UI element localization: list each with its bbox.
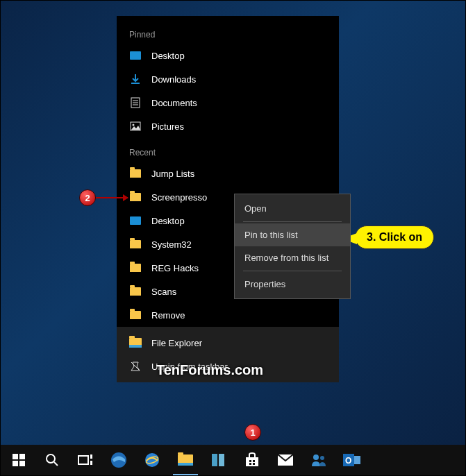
pinned-label: Desktop	[151, 51, 185, 61]
svg-rect-9	[19, 461, 25, 466]
svg-rect-21	[249, 460, 251, 462]
outlook-icon: O	[343, 452, 361, 468]
taskbar-file-explorer[interactable]	[169, 445, 202, 475]
file-explorer-icon	[129, 337, 142, 349]
ctx-pin-to-list[interactable]: Pin to this list	[235, 223, 350, 246]
store-icon	[244, 452, 260, 468]
step-2-arrow	[96, 197, 128, 198]
ctx-remove-from-list[interactable]: Remove from this list	[235, 246, 350, 269]
svg-rect-30	[354, 456, 360, 464]
svg-rect-14	[90, 461, 92, 465]
svg-point-10	[47, 454, 55, 463]
pinned-item-downloads[interactable]: Downloads	[117, 67, 339, 91]
separator	[243, 271, 342, 271]
taskbar-ie[interactable]	[135, 445, 169, 475]
separator	[243, 221, 342, 222]
svg-rect-22	[253, 460, 255, 462]
svg-rect-23	[249, 463, 251, 465]
recent-label: System32	[151, 239, 192, 250]
folder-icon	[129, 309, 142, 321]
recent-label: REG Hacks	[151, 263, 199, 273]
pinned-item-desktop[interactable]: Desktop	[117, 44, 339, 67]
server-icon	[210, 452, 227, 468]
start-button[interactable]	[2, 445, 35, 475]
svg-rect-24	[253, 463, 255, 465]
pinned-item-pictures[interactable]: Pictures	[117, 114, 339, 138]
document-icon	[129, 96, 142, 109]
svg-rect-18	[212, 454, 217, 466]
svg-rect-6	[13, 454, 18, 459]
taskbar-store[interactable]	[235, 445, 269, 475]
picture-icon	[129, 120, 142, 133]
svg-point-5	[133, 124, 135, 126]
svg-rect-7	[19, 454, 25, 459]
app-label: File Explorer	[151, 338, 202, 348]
svg-rect-8	[13, 461, 18, 466]
step-badge-2: 2	[79, 189, 96, 206]
callout-annotation: 3. Click on	[355, 226, 434, 249]
task-view-icon	[78, 454, 93, 466]
pinned-item-documents[interactable]: Documents	[117, 91, 339, 114]
recent-label: Desktop	[151, 216, 185, 226]
svg-rect-13	[90, 454, 92, 459]
svg-text:O: O	[345, 456, 351, 466]
svg-rect-19	[219, 454, 224, 466]
ie-icon	[143, 451, 161, 469]
taskbar-app-generic[interactable]	[202, 445, 235, 475]
recent-label: Screenpresso	[151, 192, 207, 203]
download-icon	[129, 73, 142, 85]
svg-rect-12	[78, 456, 88, 464]
taskbar: O	[1, 445, 465, 475]
taskbar-edge[interactable]	[102, 445, 135, 475]
svg-point-26	[313, 454, 319, 460]
pinned-label: Documents	[151, 98, 197, 108]
pinned-label: Pictures	[151, 121, 184, 132]
recent-label: Scans	[151, 287, 176, 297]
search-icon	[45, 453, 59, 467]
step-badge-1: 1	[244, 424, 261, 441]
taskbar-mail[interactable]	[269, 445, 302, 475]
jump-list-footer: File Explorer Unpin from taskbar	[117, 327, 339, 382]
folder-icon	[129, 167, 142, 180]
pinned-label: Downloads	[151, 74, 196, 85]
unpin-icon	[129, 360, 142, 373]
desktop-icon	[129, 49, 142, 62]
people-icon	[310, 452, 327, 468]
ctx-properties[interactable]: Properties	[235, 273, 350, 296]
taskbar-people[interactable]	[302, 445, 335, 475]
file-explorer-icon	[178, 454, 193, 466]
recent-label: Jump Lists	[151, 169, 194, 179]
svg-line-11	[54, 462, 58, 466]
pinned-header: Pinned	[117, 26, 339, 44]
folder-icon	[129, 238, 142, 250]
edge-icon	[110, 451, 128, 469]
svg-point-27	[320, 456, 324, 460]
folder-icon	[129, 191, 142, 203]
app-row-file-explorer[interactable]: File Explorer	[117, 331, 339, 355]
ctx-open[interactable]: Open	[235, 197, 350, 220]
task-view-button[interactable]	[69, 445, 102, 475]
desktop-icon	[129, 214, 142, 227]
folder-icon	[129, 262, 142, 274]
unpin-from-taskbar[interactable]: Unpin from taskbar	[117, 355, 339, 378]
mail-icon	[277, 454, 294, 466]
svg-rect-20	[246, 457, 258, 466]
context-menu: Open Pin to this list Remove from this l…	[234, 194, 351, 299]
taskbar-outlook[interactable]: O	[335, 445, 369, 475]
search-button[interactable]	[35, 445, 69, 475]
unpin-label: Unpin from taskbar	[151, 362, 228, 372]
recent-label: Remove	[151, 310, 185, 321]
recent-item-remove[interactable]: Remove	[117, 303, 339, 327]
recent-item-jump-lists[interactable]: Jump Lists	[117, 162, 339, 185]
recent-header: Recent	[117, 144, 339, 162]
folder-icon	[129, 285, 142, 298]
windows-icon	[13, 454, 25, 466]
